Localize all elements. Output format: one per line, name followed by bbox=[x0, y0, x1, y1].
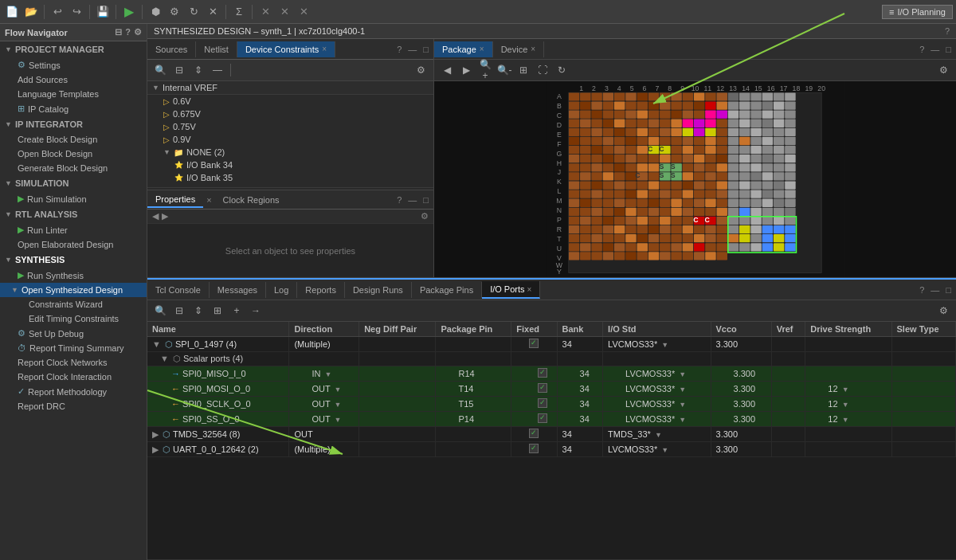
nav-item-open-synth[interactable]: ▼ Open Synthesized Design bbox=[0, 283, 147, 297]
expand-tmds[interactable]: ▶ bbox=[152, 429, 159, 439]
dir-dropdown-mosi[interactable]: ▼ bbox=[335, 386, 342, 394]
tab-io-ports[interactable]: I/O Ports × bbox=[482, 281, 540, 299]
nav-item-run-simulation[interactable]: ▶ Run Simulation bbox=[0, 191, 147, 206]
bottom-help-icon[interactable]: ? bbox=[918, 284, 926, 296]
nav-item-report-clk-net[interactable]: Report Clock Networks bbox=[0, 355, 147, 370]
tree-item-bank34[interactable]: ⭐ I/O Bank 34 bbox=[147, 159, 433, 171]
expand-uart[interactable]: ▶ bbox=[152, 444, 159, 454]
dir-dropdown-sclk[interactable]: ▼ bbox=[335, 401, 342, 409]
props-help-icon[interactable]: ? bbox=[395, 194, 403, 206]
tab-help-icon[interactable]: ? bbox=[395, 43, 403, 56]
nav-help-icon[interactable]: ? bbox=[125, 27, 131, 37]
bottom-min-icon[interactable]: — bbox=[929, 284, 941, 296]
nav-item-run-linter[interactable]: ▶ Run Linter bbox=[0, 222, 147, 237]
io-planning-btn[interactable]: ≡ I/O Planning bbox=[882, 5, 953, 19]
open-btn[interactable]: 📂 bbox=[22, 3, 40, 21]
tree-item-0.75v[interactable]: ▷ 0.75V bbox=[147, 120, 433, 133]
io-settings-btn[interactable]: ⚙ bbox=[935, 303, 951, 319]
std-dd-miso[interactable]: ▼ bbox=[679, 370, 686, 378]
io-expand-btn[interactable]: ⇕ bbox=[190, 303, 206, 319]
package-tab-close[interactable]: × bbox=[480, 45, 484, 53]
section-project-manager[interactable]: ▼ PROJECT MANAGER bbox=[0, 41, 147, 57]
io-search-btn[interactable]: 🔍 bbox=[152, 303, 168, 319]
tree-item-0.9v[interactable]: ▷ 0.9V bbox=[147, 133, 433, 146]
bottom-max-icon[interactable]: □ bbox=[944, 284, 953, 296]
tab-package-pins[interactable]: Package Pins bbox=[412, 282, 482, 298]
synth-help-icon[interactable]: ? bbox=[945, 26, 950, 36]
checkbox-uart[interactable] bbox=[529, 444, 539, 453]
expand-icon[interactable]: ▼ bbox=[152, 339, 161, 349]
minus-btn[interactable]: — bbox=[210, 62, 225, 78]
filter-btn[interactable]: ⊟ bbox=[171, 62, 187, 78]
cancel-btn[interactable]: ✕ bbox=[204, 3, 221, 21]
nav-item-run-synthesis[interactable]: ▶ Run Synthesis bbox=[0, 268, 147, 283]
nav-item-report-clk-int[interactable]: Report Clock Interaction bbox=[0, 370, 147, 384]
nav-item-report-drc[interactable]: Report DRC bbox=[0, 399, 147, 413]
tab-min-icon[interactable]: — bbox=[406, 43, 418, 56]
checkbox-ss[interactable] bbox=[538, 413, 547, 423]
pkg-min-icon[interactable]: — bbox=[929, 43, 941, 56]
tab-design-runs[interactable]: Design Runs bbox=[345, 282, 412, 298]
dir-dropdown-miso[interactable]: ▼ bbox=[325, 370, 332, 378]
io-ports-tab-close[interactable]: × bbox=[527, 285, 532, 294]
tab-messages[interactable]: Messages bbox=[210, 282, 266, 298]
pkg-zoom-out-btn[interactable]: 🔍- bbox=[496, 62, 512, 78]
tab-reports[interactable]: Reports bbox=[297, 282, 345, 298]
tab-properties[interactable]: Properties bbox=[147, 192, 203, 208]
checkbox-sclk[interactable] bbox=[538, 398, 547, 408]
checkbox-fixed[interactable] bbox=[529, 339, 539, 348]
nav-pin-icon[interactable]: ⊟ bbox=[115, 27, 122, 37]
pkg-fullscreen-btn[interactable]: ⛶ bbox=[535, 62, 550, 78]
std-dd-mosi[interactable]: ▼ bbox=[679, 386, 686, 394]
pkg-back-btn[interactable]: ◀ bbox=[439, 62, 455, 78]
pkg-settings-btn[interactable]: ⚙ bbox=[935, 62, 951, 78]
io-delete-btn[interactable]: → bbox=[248, 303, 264, 319]
pkg-fit-btn[interactable]: ⊞ bbox=[515, 62, 531, 78]
nav-item-settings[interactable]: ⚙ Settings bbox=[0, 57, 147, 72]
tree-item-0.6v[interactable]: ▷ 0.6V bbox=[147, 95, 433, 108]
nav-settings-icon[interactable]: ⚙ bbox=[134, 27, 142, 37]
checkbox-tmds[interactable] bbox=[529, 429, 539, 438]
nav-item-edit-timing[interactable]: Edit Timing Constraints bbox=[0, 311, 147, 326]
device-constraints-tab-close[interactable]: × bbox=[322, 45, 327, 53]
tab-tcl-console[interactable]: Tcl Console bbox=[147, 282, 210, 298]
sigma-btn[interactable]: Σ bbox=[230, 3, 248, 21]
dim-btn2[interactable]: ✕ bbox=[276, 3, 293, 21]
package-view[interactable]: 123 456 789 101112 131415 161718 1920 AB… bbox=[434, 81, 956, 277]
debug-btn[interactable]: ⚙ bbox=[166, 3, 183, 21]
tab-log[interactable]: Log bbox=[266, 282, 297, 298]
tab-device-constraints[interactable]: Device Constraints × bbox=[237, 41, 335, 57]
props-fwd-icon[interactable]: ▶ bbox=[162, 211, 168, 221]
tab-netlist[interactable]: Netlist bbox=[196, 41, 237, 57]
undo-btn[interactable]: ↩ bbox=[49, 3, 66, 21]
nav-item-open-block[interactable]: Open Block Design bbox=[0, 147, 147, 161]
std-dd-tmds[interactable]: ▼ bbox=[655, 431, 662, 439]
nav-item-generate-block[interactable]: Generate Block Design bbox=[0, 161, 147, 175]
device-constraints-content[interactable]: ▼ Internal VREF ▷ 0.6V ▷ 0.675V ▷ 0.75V bbox=[147, 81, 433, 190]
io-filter-btn[interactable]: ⊟ bbox=[171, 303, 187, 319]
redo-btn[interactable]: ↪ bbox=[68, 3, 85, 21]
nav-item-open-elaborated[interactable]: Open Elaborated Design bbox=[0, 237, 147, 252]
checkbox-mosi[interactable] bbox=[538, 383, 547, 393]
nav-item-set-debug[interactable]: ⚙ Set Up Debug bbox=[0, 326, 147, 341]
expand-icon-scalar[interactable]: ▼ bbox=[160, 354, 169, 363]
props-max-icon[interactable]: □ bbox=[421, 194, 430, 206]
section-simulation[interactable]: ▼ SIMULATION bbox=[0, 175, 147, 191]
nav-item-report-method[interactable]: ✓ Report Methodology bbox=[0, 384, 147, 399]
program-btn[interactable]: ⬢ bbox=[147, 3, 164, 21]
tab-max-icon[interactable]: □ bbox=[421, 43, 430, 56]
section-rtl-analysis[interactable]: ▼ RTL ANALYSIS bbox=[0, 206, 147, 222]
nav-item-language-templates[interactable]: Language Templates bbox=[0, 87, 147, 101]
nav-item-constraints-wizard[interactable]: Constraints Wizard bbox=[0, 297, 147, 311]
tree-item-none[interactable]: ▼ 📁 NONE (2) bbox=[147, 146, 433, 159]
pkg-max-icon[interactable]: □ bbox=[944, 43, 953, 56]
search-icon-btn[interactable]: 🔍 bbox=[152, 62, 168, 78]
nav-scroll[interactable]: ▼ PROJECT MANAGER ⚙ Settings Add Sources… bbox=[0, 41, 147, 560]
nav-item-ip-catalog[interactable]: ⊞ IP Catalog bbox=[0, 101, 147, 116]
ds-dd-mosi[interactable]: ▼ bbox=[842, 386, 849, 394]
dir-dropdown-ss[interactable]: ▼ bbox=[335, 416, 342, 424]
expand-btn[interactable]: ⇕ bbox=[190, 62, 206, 78]
new-file-btn[interactable]: 📄 bbox=[3, 3, 21, 21]
io-ports-content[interactable]: 🔍 ⊟ ⇕ ⊞ + → ⚙ Name Direction bbox=[147, 300, 956, 560]
props-min-icon[interactable]: — bbox=[406, 194, 418, 206]
